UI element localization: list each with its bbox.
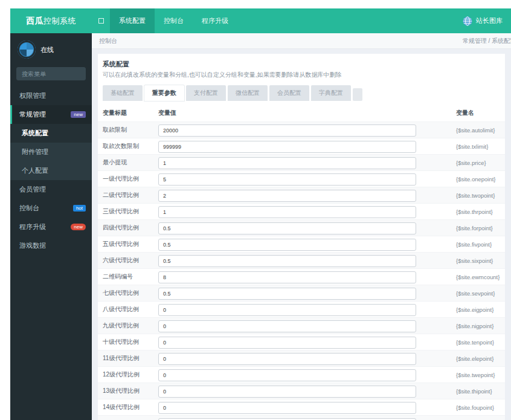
variable-value-input[interactable] [158, 304, 416, 316]
user-link[interactable]: 站长图库 [463, 8, 511, 33]
column-header-label: 变量标题 [98, 109, 158, 117]
variable-value-cell [158, 140, 427, 153]
config-panel: 系统配置 可以在此填改系统的变量和分组,也可以自定义分组和变量,如果需要删除请从… [98, 54, 505, 420]
variable-value-input[interactable] [158, 418, 416, 420]
sidebar-subitem-system-config[interactable]: 系统配置 [10, 124, 92, 143]
variable-value-input[interactable] [158, 141, 416, 153]
table-row: 13级代理比例{$site.thipoint} [98, 383, 505, 399]
variable-value-input[interactable] [158, 320, 416, 332]
sidebar: 在线 权限管理常规管理new系统配置附件管理个人配置会员管理控制台hot程序升级… [10, 33, 92, 420]
variable-value-cell [158, 336, 427, 349]
variable-name: {$site.twopoint} [456, 192, 505, 199]
tab-wechat[interactable]: 微信配置 [228, 85, 268, 101]
table-row: 七级代理比例{$site.sevpoint} [98, 285, 505, 301]
variable-name: {$site.eigpoint} [456, 306, 505, 313]
variable-value-input[interactable] [158, 402, 416, 414]
user-link-label: 站长图库 [476, 16, 503, 25]
tab-extra[interactable] [353, 88, 362, 101]
tab-dict[interactable]: 字典配置 [311, 85, 351, 101]
sidebar-item-upgrade[interactable]: 程序升级new [10, 218, 92, 236]
variable-value-input[interactable] [158, 206, 416, 218]
sidebar-menu: 权限管理常规管理new系统配置附件管理个人配置会员管理控制台hot程序升级new… [10, 86, 92, 255]
variable-name: {$site.txlimit} [456, 143, 505, 150]
globe-icon [463, 16, 472, 26]
variable-title: 二维码编号 [98, 273, 158, 281]
column-header-varname: 变量名 [456, 109, 505, 117]
variable-title: 五级代理比例 [98, 240, 158, 248]
table-row: 八级代理比例{$site.eigpoint} [98, 301, 505, 317]
table-row: 五级代理比例{$site.fivpoint} [98, 236, 505, 252]
sidebar-item-label: 游戏数据 [19, 241, 46, 250]
variable-title: 取款次数限制 [98, 142, 158, 150]
variable-value-input[interactable] [158, 173, 416, 186]
online-status-label: 在线 [40, 45, 54, 54]
variable-title: 四级代理比例 [98, 224, 158, 232]
sidebar-item-general[interactable]: 常规管理new [10, 105, 92, 124]
variable-value-cell [158, 205, 427, 218]
variable-title: 取款限制 [98, 126, 158, 134]
variable-value-input[interactable] [158, 288, 416, 300]
variable-value-input[interactable] [158, 239, 416, 251]
table-row: 11级代理比例{$site.elepoint} [98, 350, 505, 366]
sidebar-badge-new: new [71, 111, 86, 118]
variable-name: {$site.fivpoint} [456, 241, 505, 248]
config-tabs: 基础配置重要参数支付配置微信配置会员配置字典配置 [103, 85, 500, 101]
variable-name: {$site.thipoint} [456, 388, 505, 395]
table-body: 取款限制{$site.autolimit}取款次数限制{$site.txlimi… [98, 121, 505, 420]
variable-title: 二级代理比例 [98, 191, 158, 199]
table-row: 15级代理比例{$site.fifpoint} [98, 415, 505, 420]
sidebar-subitem-attachment[interactable]: 附件管理 [10, 143, 92, 161]
tab-important[interactable]: 重要参数 [144, 85, 184, 101]
variable-value-input[interactable] [158, 157, 416, 169]
topnav-item-upgrade[interactable]: 程序升级 [193, 8, 237, 33]
variable-value-input[interactable] [158, 190, 416, 202]
app-logo[interactable]: 西瓜控制系统 [10, 8, 92, 33]
menu-search-input[interactable] [16, 67, 86, 80]
tab-member[interactable]: 会员配置 [269, 85, 309, 101]
variable-value-input[interactable] [158, 271, 416, 283]
topnav-item-system-config[interactable]: 系统配置 [110, 8, 155, 33]
sidebar-item-permissions[interactable]: 权限管理 [10, 86, 92, 105]
table-row: 六级代理比例{$site.sixpoint} [98, 252, 505, 268]
variable-name: {$site.thrpoint} [456, 208, 505, 215]
sidebar-item-member[interactable]: 会员管理 [10, 180, 92, 199]
variable-name: {$site.foupoint} [456, 404, 505, 411]
variable-value-cell [158, 124, 427, 137]
tab-payment[interactable]: 支付配置 [186, 85, 226, 101]
table-row: 三级代理比例{$site.thrpoint} [98, 203, 505, 219]
top-nav: 系统配置控制台程序升级 [110, 8, 237, 33]
top-bar: 西瓜控制系统 系统配置控制台程序升级 站长图库 [10, 8, 511, 33]
variable-value-input[interactable] [158, 222, 416, 234]
sidebar-badge-new: new [71, 224, 86, 230]
variable-value-input[interactable] [158, 386, 416, 398]
variable-value-cell [158, 222, 427, 234]
breadcrumb-right: 常规管理 / 系统配置 [463, 37, 511, 45]
variable-title: 十级代理比例 [98, 338, 158, 346]
panel-title: 系统配置 [98, 60, 505, 69]
variable-title: 三级代理比例 [98, 207, 158, 216]
table-row: 二级代理比例{$site.twopoint} [98, 187, 505, 203]
tab-basic[interactable]: 基础配置 [103, 85, 143, 101]
sidebar-item-game-data[interactable]: 游戏数据 [10, 236, 92, 255]
variable-title: 六级代理比例 [98, 256, 158, 265]
sidebar-item-console[interactable]: 控制台hot [10, 199, 92, 218]
table-row: 14级代理比例{$site.foupoint} [98, 399, 505, 415]
table-row: 二维码编号{$site.ewmcount} [98, 268, 505, 285]
sidebar-toggle-button[interactable] [92, 8, 110, 33]
variable-value-input[interactable] [158, 337, 416, 349]
main-content: 控制台 常规管理 / 系统配置 系统配置 可以在此填改系统的变量和分组,也可以自… [92, 33, 511, 420]
topnav-item-console[interactable]: 控制台 [155, 8, 193, 33]
sidebar-item-label: 常规管理 [19, 110, 46, 119]
variable-value-cell [158, 320, 427, 332]
variable-value-cell [158, 401, 427, 414]
variable-value-input[interactable] [158, 124, 416, 137]
sidebar-subitem-personal-config[interactable]: 个人配置 [10, 161, 92, 180]
variable-value-input[interactable] [158, 369, 416, 381]
variable-name: {$site.autolimit} [456, 127, 505, 134]
variable-value-input[interactable] [158, 255, 416, 267]
sidebar-item-label: 控制台 [19, 204, 39, 213]
variable-value-cell [158, 157, 427, 169]
variable-name: {$site.elepoint} [456, 355, 505, 362]
variable-value-input[interactable] [158, 353, 416, 365]
variable-value-cell [158, 189, 427, 202]
